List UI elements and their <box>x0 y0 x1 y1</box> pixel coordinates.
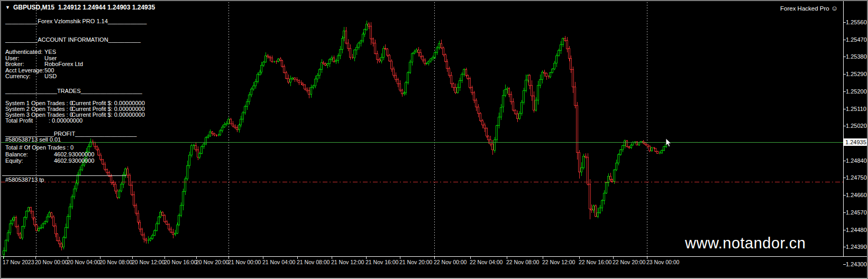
order-tp-label: #580538713 tp <box>5 176 44 183</box>
price-tick-label: 1.25020 <box>846 123 867 129</box>
ea-badge-label: Forex Hacked Pro <box>780 5 829 12</box>
time-tick-label: 21 Nov 20:00 <box>399 259 432 265</box>
time-tick-label: 20 Nov 12:00 <box>132 259 165 265</box>
ea-info-panel: __________Forex Vzlomshik PRO 1.14______… <box>5 1 164 256</box>
price-tick-label: 1.25200 <box>846 88 867 95</box>
time-tick-label: 22 Nov 08:00 <box>506 259 539 265</box>
ea-title-line: __________Forex Vzlomshik PRO 1.14______… <box>5 18 147 24</box>
time-tick-label: 20 Nov 04:00 <box>67 259 100 265</box>
smiley-icon: ☺ <box>831 4 838 12</box>
time-tick-label: 20 Nov 08:00 <box>99 259 132 265</box>
time-tick-label: 22 Nov 16:00 <box>579 259 611 265</box>
account-row: Broker:RoboForex Ltd <box>5 61 24 67</box>
mt4-chart-window: ▼GBPUSD,M15 1.24912 1.24944 1.24903 1.24… <box>0 0 868 279</box>
price-tick-label: 1.24660 <box>846 192 867 198</box>
time-tick-label: 21 Nov 08:00 <box>297 259 330 265</box>
price-axis[interactable]: 1.255601.254701.253801.252901.252001.251… <box>846 1 868 256</box>
price-tick-label: 1.25290 <box>846 71 867 77</box>
trades-section-header: ________________TRADES__________________… <box>5 88 142 94</box>
time-tick-label: 22 Nov 20:00 <box>613 259 645 265</box>
price-tick-label: 1.24570 <box>846 209 867 216</box>
time-tick-label: 22 Nov 00:00 <box>434 259 467 265</box>
current-price-tag: 1.24935 <box>844 138 868 146</box>
account-section-header: __________ACCOUNT INFORMATION__________ <box>5 37 141 43</box>
price-tick-label: 1.25110 <box>846 106 866 112</box>
account-row: Currency:USD <box>5 73 31 79</box>
price-tick-label: 1.24480 <box>846 227 867 233</box>
quote-ohlc-values: 1.24912 1.24944 1.24903 1.24935 <box>58 4 156 11</box>
time-tick-label: 22 Nov 12:00 <box>542 259 575 265</box>
price-tick-label: 1.25470 <box>846 36 867 43</box>
symbol-name: GBPUSD,M15 <box>13 4 54 11</box>
open-trades-row: Total # Of Open Trades : 0 <box>5 145 74 151</box>
symbol-dropdown-icon[interactable]: ▼ <box>5 5 10 10</box>
price-tick-label: 1.24750 <box>846 174 867 181</box>
price-tick-label: 1.25380 <box>846 53 867 60</box>
time-tick-label: 20 Nov 16:00 <box>164 259 197 265</box>
price-tick-label: 1.25560 <box>846 19 867 25</box>
time-axis[interactable]: 17 Nov 202320 Nov 00:0020 Nov 04:0020 No… <box>1 257 868 278</box>
time-tick-label: 21 Nov 00:00 <box>228 259 261 265</box>
order-sell-label: #580538713 sell 0.01 <box>5 136 61 143</box>
symbol-ohlc-line: ▼GBPUSD,M15 1.24912 1.24944 1.24903 1.24… <box>5 4 155 11</box>
time-tick-label: 22 Nov 04:00 <box>470 259 502 265</box>
price-tick-label: 1.24840 <box>846 157 867 164</box>
time-tick-label: 21 Nov 04:00 <box>262 259 295 265</box>
time-tick-label: 17 Nov 2023 <box>3 259 34 265</box>
time-tick-label: 21 Nov 12:00 <box>331 259 364 265</box>
equity-row: Equity:4602.93000000 <box>5 158 23 164</box>
watermark-text: www.notandor.cn <box>685 235 806 252</box>
ea-badge: Forex Hacked Pro☺ <box>780 4 838 12</box>
time-tick-label: 21 Nov 16:00 <box>366 259 398 265</box>
price-tick-label: 1.24390 <box>846 244 867 250</box>
balance-row: Balance:4602.93000000 <box>5 152 28 157</box>
time-tick-label: 23 Nov 00:00 <box>646 259 679 265</box>
total-profit-row: Total Profit: 0.00000000 <box>5 118 33 124</box>
time-tick-label: 20 Nov 00:00 <box>35 259 68 265</box>
time-tick-label: 20 Nov 20:00 <box>196 259 229 265</box>
account-row: Authenticated:YES <box>5 49 42 55</box>
